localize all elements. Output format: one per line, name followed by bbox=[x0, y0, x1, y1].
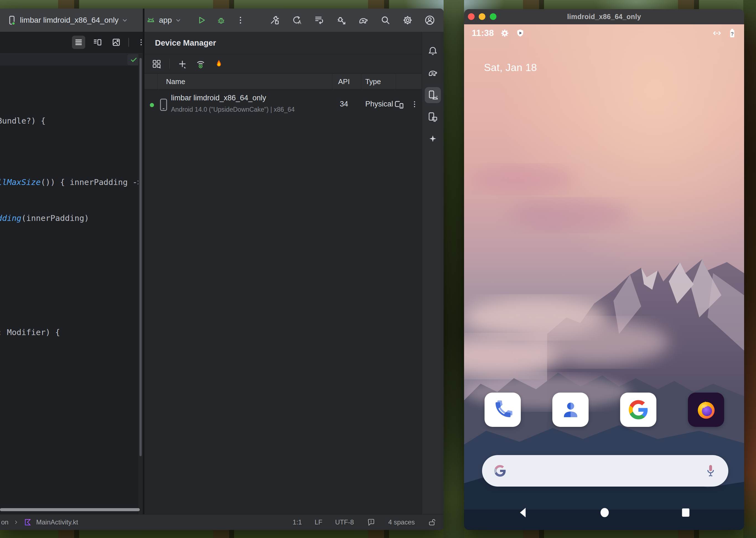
debug-button[interactable] bbox=[216, 15, 226, 26]
apply-changes-icon[interactable]: A bbox=[291, 15, 302, 26]
device-online-dot bbox=[148, 101, 156, 109]
group-devices-icon[interactable] bbox=[151, 58, 162, 69]
run-button[interactable] bbox=[196, 15, 207, 26]
device-api-level: 34 bbox=[340, 100, 348, 108]
toolbar-separator bbox=[128, 38, 129, 47]
phone-device-icon bbox=[7, 15, 17, 26]
back-nav-button[interactable] bbox=[515, 504, 531, 521]
device-manager-toolbar bbox=[145, 54, 422, 74]
minimize-traffic-light[interactable] bbox=[479, 13, 485, 20]
contacts-app-icon[interactable] bbox=[552, 393, 589, 427]
column-header-api[interactable]: API bbox=[338, 78, 350, 86]
close-traffic-light[interactable] bbox=[468, 13, 474, 20]
svg-text:?: ? bbox=[731, 31, 734, 37]
device-type: Physical bbox=[365, 100, 393, 108]
editor-horizontal-scrollbar-thumb[interactable] bbox=[0, 508, 140, 511]
android-studio-window: limbar limdroid_x86_64_only app bbox=[0, 9, 444, 530]
editor-view-modes bbox=[72, 36, 148, 49]
add-device-icon[interactable] bbox=[177, 58, 188, 69]
device-table-header: Name API Type bbox=[145, 74, 422, 89]
emulator-title-bar: limdroid_x86_64_only bbox=[464, 9, 744, 24]
run-config-selector[interactable]: app bbox=[146, 15, 182, 26]
more-actions-button[interactable] bbox=[235, 15, 246, 26]
run-config-label: app bbox=[159, 16, 172, 25]
file-encoding[interactable]: UTF-8 bbox=[335, 518, 354, 526]
attach-debugger-icon[interactable] bbox=[336, 15, 347, 26]
adb-wireless-icon bbox=[712, 28, 722, 38]
highlight-level-icon[interactable] bbox=[367, 518, 375, 527]
gradle-sync-icon[interactable] bbox=[358, 15, 369, 26]
editor-vertical-scrollbar-thumb[interactable] bbox=[140, 58, 142, 456]
running-devices-tool-icon[interactable] bbox=[425, 109, 441, 125]
breadcrumb-file[interactable]: MainActivity.kt bbox=[36, 518, 78, 526]
toolbar-separator bbox=[169, 59, 170, 69]
main-toolbar: limbar limdroid_x86_64_only app bbox=[0, 9, 444, 32]
mountain-wallpaper bbox=[464, 24, 744, 530]
emulator-window: limdroid_x86_64_only bbox=[464, 9, 744, 530]
google-g-icon bbox=[494, 464, 506, 477]
design-view-button[interactable] bbox=[109, 36, 123, 49]
svg-text:A: A bbox=[298, 20, 301, 25]
column-separator bbox=[396, 74, 396, 89]
device-row[interactable]: limbar limdroid_x86_64_only Android 14.0… bbox=[145, 89, 422, 121]
search-everywhere-icon[interactable] bbox=[380, 15, 391, 26]
column-separator bbox=[157, 74, 158, 89]
android-screen[interactable]: 11:38 ? Sat, Jan 18 bbox=[464, 24, 744, 530]
desktop-tree-trunk bbox=[743, 0, 756, 538]
notifications-bell-icon[interactable] bbox=[425, 43, 441, 59]
build-hammer-icon[interactable] bbox=[269, 15, 280, 26]
shield-play-icon bbox=[516, 28, 525, 38]
device-selector-label: limbar limdroid_x86_64_only bbox=[20, 16, 118, 25]
recents-nav-button[interactable] bbox=[677, 504, 694, 521]
apply-code-changes-icon[interactable] bbox=[314, 15, 325, 26]
unlock-icon[interactable] bbox=[427, 518, 436, 527]
phone-app-icon[interactable] bbox=[484, 393, 521, 427]
column-header-type[interactable]: Type bbox=[365, 78, 381, 86]
pair-wifi-icon[interactable] bbox=[195, 58, 206, 69]
mic-icon[interactable] bbox=[705, 464, 717, 478]
mirror-device-icon[interactable] bbox=[394, 99, 405, 110]
breadcrumb-module[interactable]: on bbox=[1, 518, 9, 526]
code-editor[interactable]: Bundle?) { llMaxSize()) { innerPadding -… bbox=[0, 32, 143, 514]
device-selector[interactable]: limbar limdroid_x86_64_only bbox=[7, 15, 128, 26]
row-more-icon[interactable] bbox=[409, 99, 420, 110]
zoom-traffic-light[interactable] bbox=[490, 13, 496, 20]
android-status-bar: 11:38 ? bbox=[464, 24, 744, 42]
gradle-tool-icon[interactable] bbox=[425, 65, 441, 81]
phone-device-icon bbox=[158, 98, 169, 112]
date-widget[interactable]: Sat, Jan 18 bbox=[484, 62, 537, 74]
chevron-down-icon bbox=[121, 17, 128, 24]
code-line: dding(innerPadding) bbox=[0, 213, 89, 223]
code-line: llMaxSize()) { innerPadding -> bbox=[0, 178, 142, 187]
ide-status-bar: on MainActivity.kt 1:1 LF UTF-8 4 spaces bbox=[0, 514, 444, 530]
firefox-app-icon[interactable] bbox=[688, 393, 724, 427]
google-app-icon[interactable] bbox=[620, 393, 657, 427]
code-view-button[interactable] bbox=[72, 36, 85, 49]
device-manager-header: Device Manager bbox=[145, 32, 422, 54]
device-table-body bbox=[145, 74, 422, 514]
device-name: limbar limdroid_x86_64_only bbox=[171, 94, 266, 102]
tool-window-stripe bbox=[422, 32, 444, 514]
column-header-name[interactable]: Name bbox=[166, 78, 185, 86]
line-ending[interactable]: LF bbox=[315, 518, 322, 526]
split-view-button[interactable] bbox=[91, 36, 104, 49]
chevron-down-icon bbox=[175, 17, 182, 24]
status-clock: 11:38 bbox=[472, 28, 494, 38]
current-line-highlight bbox=[0, 54, 143, 66]
profile-icon[interactable] bbox=[424, 15, 435, 26]
home-nav-button[interactable] bbox=[596, 504, 613, 521]
settings-gear-icon[interactable] bbox=[402, 15, 413, 26]
caret-position[interactable]: 1:1 bbox=[293, 518, 302, 526]
android-head-icon bbox=[146, 15, 156, 26]
firebase-icon[interactable] bbox=[213, 58, 224, 69]
device-manager-panel: Device Manager Name API Type bbox=[145, 32, 422, 514]
gemini-sparkle-icon[interactable] bbox=[425, 131, 441, 147]
google-search-bar[interactable] bbox=[482, 455, 728, 487]
device-manager-title: Device Manager bbox=[155, 38, 216, 48]
device-manager-tool-icon[interactable] bbox=[425, 87, 441, 103]
breadcrumb-chevron-icon bbox=[13, 519, 19, 525]
indent-setting[interactable]: 4 spaces bbox=[388, 518, 415, 526]
code-line: Bundle?) { bbox=[0, 116, 46, 126]
column-separator bbox=[332, 74, 332, 89]
kotlin-file-icon bbox=[24, 518, 32, 526]
